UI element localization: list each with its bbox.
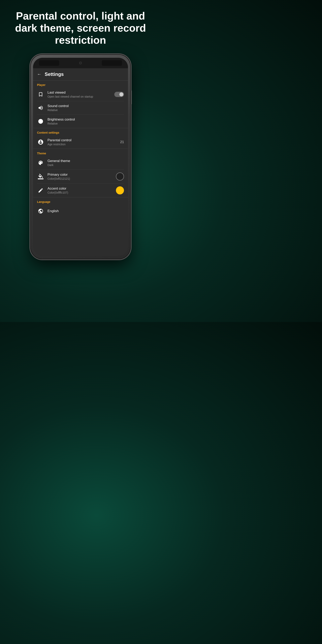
phone-wrapper: ← Settings Player Last viewed Open last … [30, 54, 131, 260]
headline: Parental control, light and dark theme, … [0, 0, 161, 52]
general-theme-sub: Dark [48, 164, 124, 167]
brightness-icon [37, 118, 44, 125]
brightness-control-sub: Relative [48, 122, 124, 125]
settings-header: ← Settings [33, 68, 128, 80]
phone-screen: ← Settings Player Last viewed Open last … [33, 58, 128, 256]
setting-item-last-viewed[interactable]: Last viewed Open last viewed channel on … [33, 88, 128, 101]
parental-control-name: Parental control [48, 138, 120, 142]
sound-control-sub: Relative [48, 108, 124, 112]
settings-content: Player Last viewed Open last viewed chan… [33, 80, 128, 256]
accent-color-text: Accent color Color(0xffffc107) [48, 186, 116, 194]
setting-item-accent-color[interactable]: Accent color Color(0xffffc107) [33, 184, 128, 197]
section-label-language: Language [33, 198, 128, 205]
pencil-icon [37, 187, 44, 194]
general-theme-text: General theme Dark [48, 159, 124, 167]
accent-color-name: Accent color [48, 186, 116, 190]
paint-bucket-icon [37, 173, 44, 180]
side-button [131, 90, 132, 104]
page-title: Settings [45, 72, 64, 77]
last-viewed-toggle[interactable] [114, 92, 124, 97]
toggle-thumb [119, 92, 123, 96]
globe-icon [37, 208, 44, 215]
brightness-control-text: Brightness control Relative [48, 118, 124, 125]
bookmark-icon [37, 91, 44, 98]
front-camera [79, 62, 82, 64]
language-name: English [48, 209, 124, 213]
section-label-player: Player [33, 80, 128, 88]
notch-left-block [39, 60, 59, 66]
accent-color-sub: Color(0xffffc107) [48, 191, 116, 194]
svg-point-0 [38, 119, 43, 124]
accent-color-circle[interactable] [116, 186, 124, 194]
setting-item-sound-control[interactable]: Sound control Relative [33, 101, 128, 114]
primary-color-name: Primary color [48, 173, 116, 177]
section-label-content: Content settings [33, 128, 128, 136]
notch-bar [33, 58, 128, 68]
back-button[interactable]: ← [37, 72, 42, 77]
setting-item-language[interactable]: English [33, 205, 128, 218]
primary-color-sub: Color(0xff212121) [48, 177, 116, 180]
parental-icon [37, 138, 44, 146]
primary-color-circle[interactable] [116, 172, 124, 180]
last-viewed-sub: Open last viewed channel on startup [48, 95, 114, 98]
last-viewed-name: Last viewed [48, 90, 114, 94]
brightness-control-name: Brightness control [48, 118, 124, 122]
volume-icon [37, 104, 44, 112]
parental-control-text: Parental control Age restriction [48, 138, 120, 146]
palette-icon [37, 159, 44, 166]
parental-control-sub: Age restriction [48, 143, 120, 146]
primary-color-text: Primary color Color(0xff212121) [48, 173, 116, 180]
setting-item-primary-color[interactable]: Primary color Color(0xff212121) [33, 170, 128, 183]
notch-right-block [102, 60, 122, 66]
parental-control-value: 21 [120, 140, 124, 144]
general-theme-name: General theme [48, 159, 124, 163]
last-viewed-text: Last viewed Open last viewed channel on … [48, 90, 114, 98]
setting-item-parental-control[interactable]: Parental control Age restriction 21 [33, 136, 128, 149]
section-label-theme: Theme [33, 149, 128, 156]
language-text: English [48, 209, 124, 213]
sound-control-name: Sound control [48, 104, 124, 108]
setting-item-general-theme[interactable]: General theme Dark [33, 156, 128, 170]
setting-item-brightness-control[interactable]: Brightness control Relative [33, 115, 128, 128]
sound-control-text: Sound control Relative [48, 104, 124, 112]
